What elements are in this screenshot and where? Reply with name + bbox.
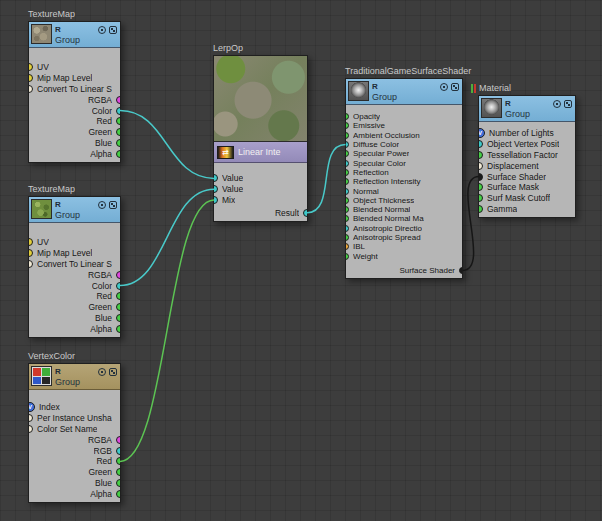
node-box[interactable]: ⇄ Linear Inte ValueValueMix Result	[213, 55, 308, 222]
node-graph-canvas[interactable]: TextureMap R Group UVMip Map LevelConve	[0, 0, 602, 521]
node-header[interactable]: R Group	[479, 96, 575, 122]
alpha-port-dot[interactable]	[116, 150, 120, 158]
reflection-port-dot[interactable]	[346, 169, 349, 176]
tessellation-factor-port-dot[interactable]	[479, 151, 483, 159]
wire-lerp-result-to-diffuse-color[interactable]	[307, 145, 346, 213]
ambient-occlusion-port-dot[interactable]	[346, 132, 349, 139]
clock-icon[interactable]	[98, 368, 106, 376]
node-header[interactable]: R Group	[29, 22, 120, 48]
alpha-port-dot[interactable]	[116, 490, 120, 498]
material-color-bars-icon	[471, 84, 476, 93]
convert-to-linear-s-port-dot[interactable]	[29, 260, 33, 268]
green-port-dot[interactable]	[116, 303, 120, 311]
color-set-name-port-dot[interactable]	[29, 425, 33, 433]
node-texturemap-1[interactable]: TextureMap R Group UVMip Map LevelConve	[28, 8, 121, 163]
wire-vertexcolor-red-to-lerp-mix[interactable]	[120, 200, 214, 461]
render-badge: R	[505, 99, 511, 108]
node-header[interactable]: R Group	[346, 79, 462, 105]
anisotropic-directio-port-dot[interactable]	[346, 225, 349, 232]
alpha-port-dot[interactable]	[116, 325, 120, 333]
clock-icon[interactable]	[98, 201, 106, 209]
result-port-dot[interactable]	[303, 209, 307, 217]
index-port-dot[interactable]: V	[29, 402, 35, 412]
surface-shader-port-dot[interactable]	[479, 173, 483, 181]
rgba-port-dot[interactable]	[116, 436, 120, 444]
red-port-dot[interactable]	[116, 117, 120, 125]
displacement-port-dot[interactable]	[479, 162, 483, 170]
surface-mask-port-dot[interactable]	[479, 183, 483, 191]
options-icon[interactable]	[109, 26, 117, 34]
blended-normal-port-dot[interactable]	[346, 206, 349, 213]
red-port-dot[interactable]	[116, 457, 120, 465]
wire-texturemap1-color-to-lerp-value1[interactable]	[120, 111, 214, 179]
clock-icon[interactable]	[553, 100, 561, 108]
node-title: LerpOp	[213, 42, 308, 54]
weight-port-dot[interactable]	[346, 253, 349, 260]
normal-port-dot[interactable]	[346, 188, 349, 195]
blend-texture-preview[interactable]	[214, 56, 307, 142]
node-header[interactable]: R Group	[29, 197, 120, 223]
blue-port-dot[interactable]	[116, 479, 120, 487]
mip-map-level-port-dot[interactable]	[29, 249, 33, 257]
anisotropic-spread-port-dot[interactable]	[346, 234, 349, 241]
port-label: Green	[88, 302, 112, 312]
node-material[interactable]: Material R Group VNumber of Lights	[471, 82, 576, 218]
node-texturemap-2[interactable]: TextureMap R Group UVMip Map LevelConve	[28, 183, 121, 338]
opacity-port-dot[interactable]	[346, 113, 349, 120]
specular-color-port-dot[interactable]	[346, 160, 349, 167]
options-icon[interactable]	[564, 100, 572, 108]
value-port-dot[interactable]	[214, 174, 218, 182]
node-box[interactable]: R Group VIndexPer Instance UnshaColor Se…	[28, 363, 121, 503]
red-port-dot[interactable]	[116, 292, 120, 300]
surf-mask-cutoff-port-dot[interactable]	[479, 194, 483, 202]
uv-port-dot[interactable]	[29, 63, 33, 71]
uv-port-dot[interactable]	[29, 238, 33, 246]
node-lerpop[interactable]: LerpOp ⇄ Linear Inte ValueValueMix Resul…	[213, 42, 308, 222]
number-of-lights-port-dot[interactable]: V	[479, 128, 485, 138]
node-box[interactable]: R Group VNumber of LightsObject Vertex P…	[478, 95, 576, 218]
blended-normal-ma-port-dot[interactable]	[346, 215, 349, 222]
wire-texturemap2-color-to-lerp-value2[interactable]	[120, 189, 214, 285]
object-thickness-port-dot[interactable]	[346, 197, 349, 204]
diffuse-color-port-dot[interactable]	[346, 141, 349, 148]
rgb-port-dot[interactable]	[116, 447, 120, 455]
specular-power-port-dot[interactable]	[346, 150, 349, 157]
green-port-dot[interactable]	[116, 468, 120, 476]
rgba-port-dot[interactable]	[116, 96, 120, 104]
node-box[interactable]: R Group UVMip Map LevelConvert To Linear…	[28, 21, 121, 163]
color-port-dot[interactable]	[116, 107, 120, 115]
value-port-dot[interactable]	[214, 185, 218, 193]
options-icon[interactable]	[109, 368, 117, 376]
node-title-text: TraditionalGameSurfaceShader	[345, 66, 471, 76]
node-box[interactable]: R Group UVMip Map LevelConvert To Linear…	[28, 196, 121, 338]
node-box[interactable]: R Group OpacityEmissiveAmbient Occlusion…	[345, 78, 463, 279]
color-port-dot[interactable]	[116, 282, 120, 290]
rgba-port-dot[interactable]	[116, 271, 120, 279]
object-vertex-posit-port-dot[interactable]	[479, 140, 483, 148]
gamma-port-dot[interactable]	[479, 205, 483, 213]
blue-port-dot[interactable]	[116, 314, 120, 322]
ibl-port-dot[interactable]	[346, 243, 349, 250]
node-header[interactable]: ⇄ Linear Inte	[214, 142, 307, 163]
input-row-surface-mask: Surface Mask	[479, 182, 575, 193]
convert-to-linear-s-port-dot[interactable]	[29, 85, 33, 93]
clock-icon[interactable]	[98, 26, 106, 34]
options-icon[interactable]	[451, 83, 459, 91]
mip-map-level-port-dot[interactable]	[29, 74, 33, 82]
options-icon[interactable]	[109, 201, 117, 209]
input-row-object-vertex-posit: Object Vertex Posit	[479, 139, 575, 150]
reflection-intensity-port-dot[interactable]	[346, 178, 349, 185]
emissive-port-dot[interactable]	[346, 122, 349, 129]
output-row-alpha: Alpha	[29, 323, 120, 334]
node-vertexcolor[interactable]: VertexColor R Group	[28, 350, 121, 503]
port-label: Surface Mask	[487, 182, 539, 192]
input-row-surface-shader: Surface Shader	[479, 171, 575, 182]
node-header[interactable]: R Group	[29, 364, 120, 390]
green-port-dot[interactable]	[116, 128, 120, 136]
clock-icon[interactable]	[440, 83, 448, 91]
surface-shader-port-dot[interactable]	[459, 267, 462, 274]
node-traditionalgamesurfaceshader[interactable]: TraditionalGameSurfaceShader R Group Op	[345, 65, 463, 279]
blue-port-dot[interactable]	[116, 139, 120, 147]
per-instance-unsha-port-dot[interactable]	[29, 414, 33, 422]
mix-port-dot[interactable]	[214, 196, 218, 204]
